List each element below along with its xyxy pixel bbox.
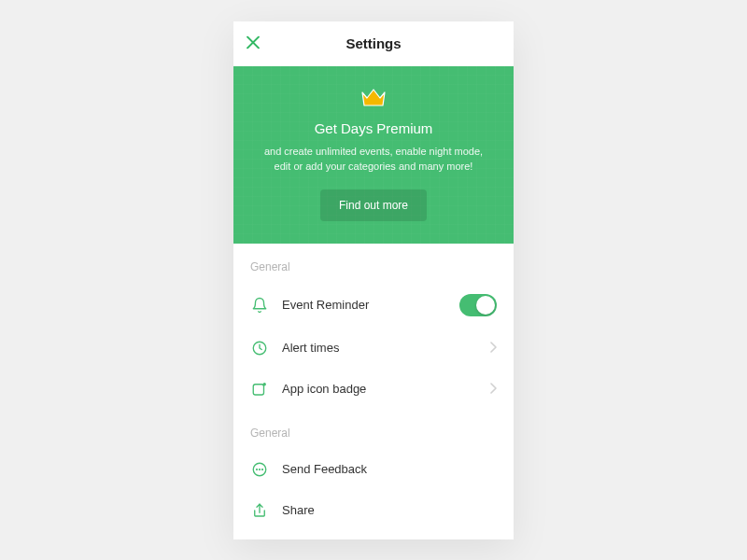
section-general-2: General Send Feedback Share [233,410,514,531]
section-header: General [233,244,514,283]
svg-point-8 [262,469,263,469]
svg-point-4 [263,383,266,385]
share-icon [250,501,269,520]
row-share[interactable]: Share [233,490,514,531]
page-title: Settings [345,35,401,51]
settings-screen: Settings Get Days Premium and create unl… [233,21,514,539]
clock-icon [250,339,269,357]
row-send-feedback[interactable]: Send Feedback [233,449,514,490]
chevron-right-icon [490,341,497,356]
close-button[interactable] [247,34,260,53]
row-event-reminder[interactable]: Event Reminder [233,283,514,328]
chat-icon [250,460,269,479]
chevron-right-icon [490,382,497,397]
row-alert-times[interactable]: Alert times [233,328,514,369]
row-label: Alert times [282,341,490,355]
close-icon [247,35,260,49]
svg-point-6 [257,469,258,469]
row-label: Share [282,503,497,517]
row-label: App icon badge [282,382,490,396]
find-out-more-button[interactable]: Find out more [320,189,427,221]
section-general-1: General Event Reminder Alert times [233,244,514,410]
event-reminder-toggle[interactable] [459,294,497,316]
bell-icon [250,296,269,315]
section-header: General [233,410,514,449]
row-label: Send Feedback [282,462,497,476]
row-app-icon-badge[interactable]: App icon badge [233,369,514,410]
svg-rect-3 [253,384,263,394]
crown-icon [360,87,387,111]
premium-description: and create unlimited events, enable nigh… [256,144,491,175]
premium-title: Get Days Premium [256,120,491,136]
svg-point-7 [260,469,261,469]
badge-icon [250,380,269,399]
header: Settings [233,21,514,66]
row-label: Event Reminder [282,298,459,312]
premium-banner: Get Days Premium and create unlimited ev… [233,66,514,244]
